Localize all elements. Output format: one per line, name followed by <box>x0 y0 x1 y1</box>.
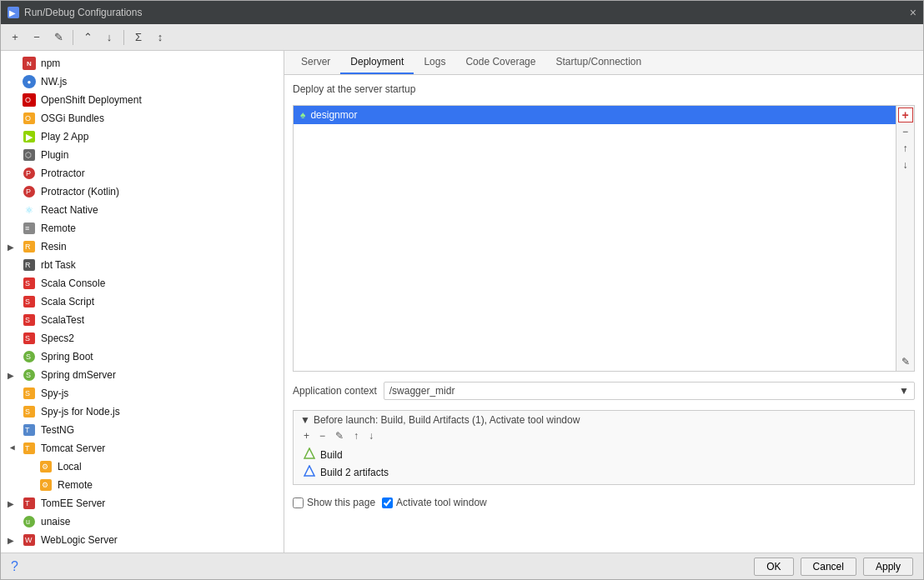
resin-icon: R <box>23 240 36 253</box>
sort-button[interactable]: Σ <box>129 28 148 47</box>
list-item-testng[interactable]: T TestNG <box>1 421 284 439</box>
bl-remove-button[interactable]: − <box>316 429 329 442</box>
svg-text:▶: ▶ <box>26 132 33 142</box>
list-item-weblogic-label: WebLogic Server <box>41 534 118 546</box>
svg-text:S: S <box>25 334 30 342</box>
move-up-button[interactable]: ⌃ <box>78 28 97 47</box>
scala-console-icon: S <box>23 277 36 290</box>
list-item-plugin[interactable]: ⬡ Plugin <box>1 146 284 164</box>
move-down-button[interactable]: ↓ <box>100 28 118 47</box>
list-item-osgi[interactable]: O OSGi Bundles <box>1 109 284 128</box>
bl-add-button[interactable]: + <box>300 429 313 442</box>
list-item-tomcat[interactable]: ▼ T Tomcat Server <box>1 439 284 458</box>
right-panel: Server Deployment Logs Code Coverage Sta… <box>284 51 923 552</box>
add-config-button[interactable]: + <box>6 28 24 47</box>
deploy-item-label: designmor <box>310 109 357 121</box>
bl-item-build2[interactable]: Build 2 artifacts <box>300 463 907 481</box>
toolbar-separator-1 <box>73 30 73 45</box>
bl-edit-button[interactable]: ✎ <box>332 429 347 442</box>
list-item-scala-console[interactable]: S Scala Console <box>1 274 284 292</box>
list-item-spring-dm[interactable]: ▶ S Spring dmServer <box>1 366 284 384</box>
list-item-tomcat-remote-label: Remote <box>58 479 93 491</box>
list-item-spring-boot[interactable]: S Spring Boot <box>1 348 284 366</box>
cancel-button[interactable]: Cancel <box>801 558 856 576</box>
remove-config-button[interactable]: − <box>28 28 46 47</box>
arrow-tomcat-local <box>24 462 34 472</box>
svg-text:S: S <box>25 389 30 398</box>
list-item-testng-label: TestNG <box>41 424 74 436</box>
tab-logs[interactable]: Logs <box>414 51 455 74</box>
arrow-resin: ▶ <box>8 242 18 252</box>
list-item-plugin-label: Plugin <box>41 149 68 161</box>
tab-startup-connection[interactable]: Startup/Connection <box>545 51 651 74</box>
list-item-scala-script[interactable]: S Scala Script <box>1 292 284 311</box>
list-item-spyjs[interactable]: S Spy-js <box>1 384 284 402</box>
bl-item-build[interactable]: Build <box>300 446 907 463</box>
copy-config-button[interactable]: ✎ <box>49 28 68 47</box>
arrow-protractor <box>8 169 18 178</box>
list-item-tomee[interactable]: ▶ T TomEE Server <box>1 494 284 512</box>
activate-window-checkbox[interactable] <box>382 498 393 508</box>
deploy-move-down-button[interactable]: ↓ <box>898 158 913 172</box>
bl-move-down-button[interactable]: ↓ <box>365 429 377 442</box>
before-launch-header-text: Before launch: Build, Build Artifacts (1… <box>314 414 580 426</box>
list-item-play2[interactable]: ▶ Play 2 App <box>1 128 284 146</box>
list-item-rbt[interactable]: R rbt Task <box>1 256 284 274</box>
deploy-item[interactable]: ♠ designmor <box>294 106 896 124</box>
list-item-tomcat-remote[interactable]: ⚙ Remote <box>1 476 284 494</box>
list-item-npm[interactable]: N npm <box>1 54 284 72</box>
list-item-specs2[interactable]: S Specs2 <box>1 329 284 348</box>
openshift-icon: O <box>23 93 36 107</box>
tab-code-coverage[interactable]: Code Coverage <box>455 51 545 74</box>
deploy-move-up-button[interactable]: ↑ <box>898 141 913 156</box>
list-item-weblogic[interactable]: ▶ W WebLogic Server <box>1 531 284 549</box>
apply-button[interactable]: Apply <box>863 558 913 576</box>
activate-window-option[interactable]: Activate tool window <box>382 497 487 508</box>
show-page-checkbox[interactable] <box>293 498 304 508</box>
app-context-select[interactable]: /swagger_midr ▼ <box>384 382 915 400</box>
app-icon: ▶ <box>8 7 19 18</box>
weblogic-icon: W <box>23 533 36 547</box>
app-context-row: Application context /swagger_midr ▼ <box>293 382 915 400</box>
help-button[interactable]: ? <box>11 559 18 574</box>
list-item-tomcat-local[interactable]: ⚙ Local <box>1 458 284 476</box>
testng-icon: T <box>23 423 36 437</box>
list-item-react-native-label: React Native <box>41 204 98 216</box>
list-item-tomee-label: TomEE Server <box>41 498 105 509</box>
list-item-scala-script-label: Scala Script <box>41 296 94 308</box>
list-item-resin[interactable]: ▶ R Resin <box>1 238 284 256</box>
svg-marker-51 <box>304 466 314 476</box>
before-launch-collapse-icon[interactable]: ▼ <box>300 414 310 426</box>
arrow-openshift <box>8 96 18 105</box>
list-item-play2-label: Play 2 App <box>41 131 88 142</box>
arrow-rbt <box>8 261 18 270</box>
tab-server[interactable]: Server <box>291 51 340 74</box>
deploy-remove-button[interactable]: − <box>898 124 913 139</box>
list-item-openshift[interactable]: O OpenShift Deployment <box>1 91 284 109</box>
list-item-react-native[interactable]: ⚛ React Native <box>1 201 284 219</box>
list-item-scalatest[interactable]: S ScalaTest <box>1 311 284 329</box>
npm-icon: N <box>23 57 36 70</box>
deploy-add-button[interactable]: + <box>898 108 913 122</box>
ok-button[interactable]: OK <box>754 558 793 576</box>
deploy-section-label: Deploy at the server startup <box>293 83 915 95</box>
list-item-spring-boot-label: Spring Boot <box>41 351 93 362</box>
arrow-scalatest <box>8 316 18 325</box>
before-launch-header: ▼ Before launch: Build, Build Artifacts … <box>300 414 907 426</box>
show-page-option[interactable]: Show this page <box>293 497 375 508</box>
close-button[interactable]: × <box>910 6 916 19</box>
arrow-play2 <box>8 132 18 142</box>
deploy-edit-button[interactable]: ✎ <box>898 354 913 369</box>
list-item-protractor-kotlin[interactable]: P Protractor (Kotlin) <box>1 182 284 201</box>
list-item-spyjs-nodejs[interactable]: S Spy-js for Node.js <box>1 402 284 421</box>
list-item-unaise[interactable]: u unaise <box>1 512 284 531</box>
list-item-protractor[interactable]: P Protractor <box>1 164 284 182</box>
before-launch-section: ▼ Before launch: Build, Build Artifacts … <box>293 410 915 485</box>
list-item-nwjs[interactable]: ● NW.js <box>1 72 284 91</box>
spring-dm-icon: S <box>23 368 36 382</box>
list-item-remote[interactable]: ≡ Remote <box>1 219 284 238</box>
tab-deployment[interactable]: Deployment <box>340 51 414 74</box>
list-item-nwjs-label: NW.js <box>41 76 67 88</box>
expand-button[interactable]: ↕ <box>151 28 169 47</box>
bl-move-up-button[interactable]: ↑ <box>350 429 362 442</box>
